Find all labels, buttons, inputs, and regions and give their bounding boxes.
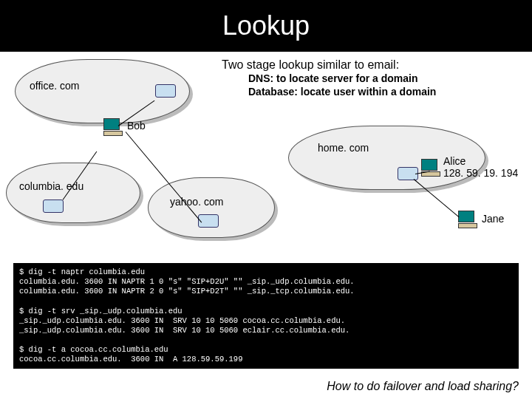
term-l5: _sip._udp.columbia.edu. 3600 IN SRV 10 1… <box>19 316 345 325</box>
page-title: Lookup <box>222 10 310 41</box>
cloud-office-label: office. com <box>30 80 79 92</box>
cloud-columbia <box>6 163 140 223</box>
title-bar: Lookup <box>0 0 532 52</box>
footer-question: How to do failover and load sharing? <box>327 380 519 393</box>
label-alice-ip: 128. 59. 19. 194 <box>443 167 518 179</box>
router-icon <box>43 200 64 213</box>
term-l6: _sip._udp.columbia.edu. 3600 IN SRV 10 1… <box>19 326 349 335</box>
subtitle-line2: Database: locate user within a domain <box>222 86 436 99</box>
computer-icon-jane <box>458 211 477 228</box>
term-l4: $ dig -t srv _sip._udp.columbia.edu <box>19 307 183 316</box>
diagram-area: Two stage lookup similar to email: DNS: … <box>0 52 532 251</box>
router-icon <box>155 84 176 98</box>
label-alice-name: Alice <box>443 155 466 167</box>
term-l8: cocoa.cc.columbia.edu. 3600 IN A 128.59.… <box>19 355 242 364</box>
computer-icon-bob <box>103 118 123 136</box>
computer-icon-alice <box>421 159 440 177</box>
terminal-output: $ dig -t naptr columbia.edu columbia.edu… <box>13 263 519 369</box>
cloud-yahoo <box>148 177 275 238</box>
label-bob: Bob <box>127 120 146 132</box>
subtitle-line1: DNS: to locate server for a domain <box>222 72 436 86</box>
subtitle-block: Two stage lookup similar to email: DNS: … <box>222 58 436 98</box>
term-l3: columbia.edu. 3600 IN NAPTR 2 0 "s" "SIP… <box>19 287 355 296</box>
subtitle-main: Two stage lookup similar to email: <box>222 58 436 72</box>
cloud-yahoo-label: yahoo. com <box>170 196 223 208</box>
cloud-home-label: home. com <box>318 142 369 154</box>
label-jane: Jane <box>482 213 504 225</box>
term-l1: $ dig -t naptr columbia.edu <box>19 267 145 276</box>
term-l2: columbia.edu. 3600 IN NAPTR 1 0 "s" "SIP… <box>19 277 355 286</box>
term-l7: $ dig -t a cocoa.cc.columbia.edu <box>19 345 168 354</box>
